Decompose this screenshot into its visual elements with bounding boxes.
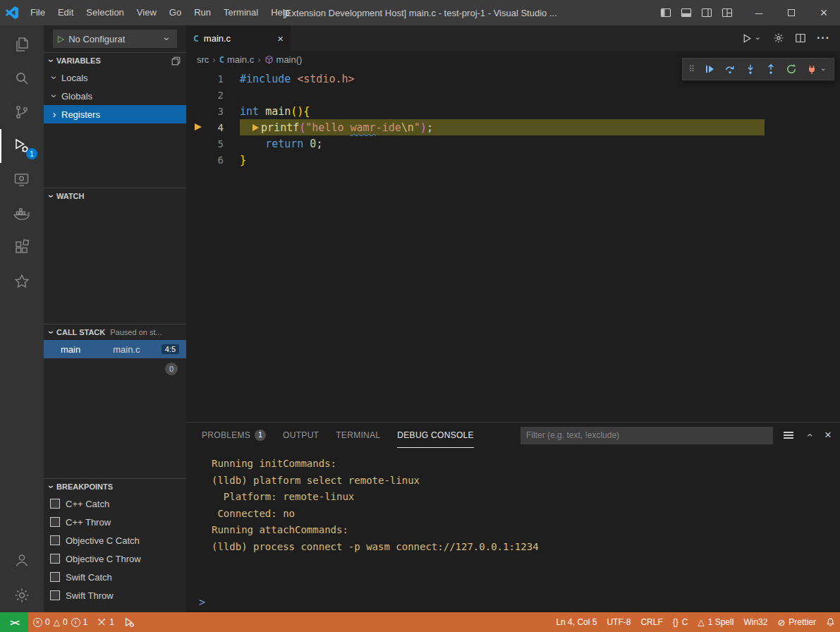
platform-status[interactable]: Win32 [738,612,772,632]
panel-tab-problems[interactable]: PROBLEMS1 [202,423,266,448]
panel-tab-terminal[interactable]: TERMINAL [336,423,380,448]
maximize-panel-icon[interactable]: › [804,430,814,440]
breakpoint-item[interactable]: Swift Catch [44,568,186,586]
breakpoint-checkbox[interactable] [50,554,60,564]
toggle-sidebar-icon[interactable] [655,2,676,23]
breakpoint-checkbox[interactable] [50,499,60,509]
eol-status[interactable]: CRLF [635,612,667,632]
variables-item-globals[interactable]: ›Globals [44,87,186,105]
spell-checker-status[interactable]: △ 1 Spell [693,612,738,632]
menu-selection[interactable]: Selection [80,0,130,25]
editor-tab-bar: C main.c × › [186,25,840,51]
menu-edit[interactable]: Edit [51,0,80,25]
encoding-status[interactable]: UTF-8 [602,612,635,632]
breadcrumb-item[interactable]: Cmain.c [219,54,255,65]
breakpoint-item[interactable]: C++ Catch [44,494,186,513]
menu-terminal[interactable]: Terminal [217,0,264,25]
favorites-star-icon[interactable] [0,265,44,298]
watch-section-header[interactable]: › WATCH [44,188,186,204]
breakpoint-checkbox[interactable] [50,517,60,527]
breakpoint-item[interactable]: Objective C Throw [44,549,186,568]
tab-main-c[interactable]: C main.c × [186,25,291,51]
problems-status[interactable]: × 0 △ 0 i 1 [28,612,92,632]
debug-status[interactable] [119,612,139,632]
drag-handle-icon[interactable]: ⠿ [688,64,695,74]
continue-button[interactable] [704,63,715,75]
start-debugging-icon[interactable]: ▷ [58,34,64,44]
toggle-secondary-sidebar-icon[interactable] [696,2,717,23]
close-tab-icon[interactable]: × [277,32,284,44]
split-editor-icon[interactable] [795,32,806,44]
breakpoint-checkbox[interactable] [50,572,60,582]
editor-settings-gear-icon[interactable] [773,32,784,44]
call-stack-section-header[interactable]: › CALL STACK Paused on st... [44,324,186,340]
accounts-icon[interactable] [0,543,44,577]
breakpoint-item[interactable]: C++ Throw [44,513,186,531]
run-or-debug-button[interactable]: › [741,33,762,44]
customize-layout-icon[interactable] [717,2,737,23]
breakpoint-item[interactable]: Objective C Catch [44,531,186,549]
line-number-gutter[interactable]: 3 [186,103,240,119]
menu-file[interactable]: File [24,0,51,25]
toggle-panel-icon[interactable] [676,2,696,23]
search-icon[interactable] [0,61,44,95]
code-line-3[interactable]: 3int main(){ [186,103,840,119]
menu-view[interactable]: View [130,0,163,25]
source-control-icon[interactable] [0,95,44,129]
line-number-gutter[interactable]: 1 [186,71,240,87]
code-line-4[interactable]: 4 printf("hello wamr-ide\n"); [186,119,840,135]
code-line-2[interactable]: 2 [186,87,840,103]
docker-icon[interactable] [0,197,44,231]
step-over-button[interactable] [724,63,736,75]
remote-indicator[interactable]: >< [0,612,28,632]
variables-item-registers[interactable]: ›Registers [44,105,186,123]
settings-gear-icon[interactable] [0,578,44,612]
disconnect-button[interactable]: › [806,63,828,75]
console-prompt-chevron-icon[interactable]: > [199,596,205,609]
menu-run[interactable]: Run [188,0,217,25]
panel-tab-debug-console[interactable]: DEBUG CONSOLE [397,423,474,448]
minimize-button[interactable]: ─ [743,0,775,25]
close-panel-icon[interactable]: × [824,428,832,442]
breakpoint-checkbox[interactable] [50,590,60,600]
step-into-button[interactable] [745,63,756,75]
maximize-button[interactable] [775,0,808,25]
notifications-status[interactable] [821,612,840,632]
code-editor[interactable]: 1#include <stdio.h>23int main(){4 printf… [186,68,840,422]
extensions-icon[interactable] [0,231,44,265]
copy-value-icon[interactable] [171,56,181,66]
line-number-gutter[interactable]: 4 [186,119,240,135]
prettier-status[interactable]: ⊘ Prettier [772,612,821,632]
breakpoints-section-header[interactable]: › BREAKPOINTS [44,478,186,494]
variables-item-locals[interactable]: ›Locals [44,68,186,87]
variables-section-header[interactable]: › VARIABLES [44,52,186,68]
code-line-5[interactable]: 5 return 0; [186,135,840,152]
explorer-icon[interactable] [0,28,44,61]
remote-explorer-icon[interactable] [0,163,44,197]
tools-status[interactable]: 1 [92,612,119,632]
menu-go[interactable]: Go [163,0,188,25]
line-number-gutter[interactable]: 6 [186,152,240,168]
code-line-6[interactable]: 6} [186,152,840,168]
restart-button[interactable] [786,63,797,75]
close-window-button[interactable]: × [808,0,840,25]
line-number-gutter[interactable]: 5 [186,135,240,152]
step-out-button[interactable] [765,63,777,75]
breadcrumb-item[interactable]: main() [264,54,303,65]
console-filter-input[interactable] [521,427,773,444]
cursor-position-status[interactable]: Ln 4, Col 5 [551,612,602,632]
stack-frame-row[interactable]: main main.c 4:5 [44,340,186,358]
breadcrumb-item[interactable]: src [197,54,209,65]
run-and-debug-icon[interactable]: 1 [0,129,44,163]
breakpoint-checkbox[interactable] [50,535,60,545]
more-actions-icon[interactable]: ··· [817,32,830,44]
debug-console-output[interactable]: Running initCommands:(lldb) platform sel… [186,448,840,592]
menu-help[interactable]: Help [264,0,296,25]
panel-tab-output[interactable]: OUTPUT [283,423,319,448]
output-actions-icon[interactable] [784,432,793,439]
line-number-gutter[interactable]: 2 [186,87,240,103]
breakpoint-item[interactable]: Swift Throw [44,586,186,604]
debug-config-dropdown[interactable]: ▷ No Configurat › [53,30,177,48]
frame-name: main [61,344,80,355]
language-mode-status[interactable]: {} C [668,612,693,632]
